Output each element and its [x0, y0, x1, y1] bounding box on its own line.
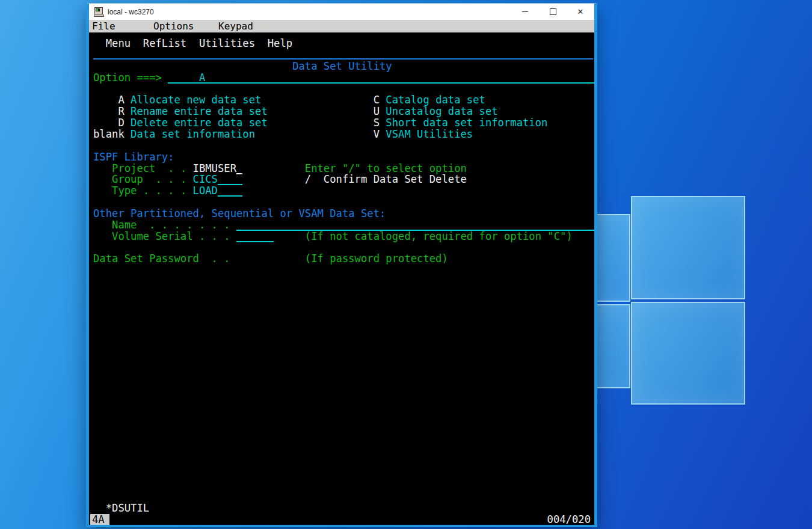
maximize-icon: [550, 8, 556, 15]
option-input-value: A: [199, 72, 205, 84]
minimize-button[interactable]: [511, 4, 539, 20]
action-bar-help[interactable]: Help: [268, 38, 292, 49]
window-controls: ✕: [511, 4, 594, 20]
option-key: S: [374, 117, 380, 129]
option-desc: Allocate new data set: [131, 94, 261, 106]
maximize-button[interactable]: [539, 4, 567, 20]
library-heading: ISPF Library:: [93, 151, 174, 163]
other-data-set-heading: Other Partitioned, Sequential or VSAM Da…: [93, 208, 386, 219]
volume-serial-label: Volume Serial . . .: [112, 231, 230, 242]
volume-serial-input-field[interactable]: [236, 231, 274, 242]
type-input-fill[interactable]: [218, 185, 242, 197]
title-bar[interactable]: local - wc3270 ✕: [89, 4, 594, 20]
group-input[interactable]: CICS: [193, 174, 218, 185]
windows-logo-pane-bottom-right: [631, 302, 745, 405]
menu-options[interactable]: Options: [153, 20, 194, 32]
group-input-fill[interactable]: [218, 174, 242, 185]
option-row-delete: D Delete entire data set S Short data se…: [93, 117, 594, 129]
desktop-wallpaper: local - wc3270 ✕ File Options Keypad Men…: [0, 0, 812, 529]
option-desc: Delete entire data set: [131, 117, 268, 129]
group-label: Group . . .: [112, 174, 186, 185]
emulator-menu-bar: File Options Keypad: [89, 20, 594, 32]
option-key: C: [374, 94, 380, 106]
option-input-field[interactable]: A: [168, 72, 594, 84]
divider-line: [93, 58, 593, 60]
type-label: Type . . . .: [112, 185, 186, 197]
option-desc: Uncatalog data set: [386, 106, 497, 117]
action-bar-utilities[interactable]: Utilities: [199, 38, 255, 49]
windows-logo-pane-top-right: [631, 196, 745, 299]
option-desc: Short data set information: [386, 117, 547, 129]
action-bar-menu[interactable]: Menu: [106, 38, 131, 49]
option-key: blank: [93, 129, 125, 140]
window-title: local - wc3270: [108, 8, 154, 16]
name-input-field[interactable]: [236, 219, 594, 231]
confirm-delete-label: Confirm Data Set Delete: [324, 174, 467, 185]
option-label: Option ===>: [93, 72, 162, 84]
password-hint: (If password protected): [305, 253, 448, 264]
minimize-icon: [522, 11, 528, 12]
project-input-fill[interactable]: [236, 163, 242, 174]
option-desc: Data set information: [131, 129, 255, 140]
panel-title: Data Set Utility: [292, 61, 392, 72]
option-key: R: [118, 106, 124, 117]
volume-serial-hint: (If not cataloged, required for option "…: [305, 231, 573, 242]
menu-keypad[interactable]: Keypad: [218, 20, 253, 32]
close-button[interactable]: ✕: [567, 4, 594, 20]
option-desc: VSAM Utilities: [386, 129, 473, 140]
option-key: V: [374, 129, 380, 140]
operator-information-area: 4A 004/020: [93, 514, 594, 525]
option-desc: Catalog data set: [386, 94, 485, 106]
name-label: Name . . . . . . .: [112, 219, 230, 231]
panel-id-message: *DSUTIL: [106, 503, 149, 514]
option-key: D: [118, 117, 124, 129]
option-row-allocate: A Allocate new data set C Catalog data s…: [93, 94, 594, 106]
action-bar: Menu RefList Utilities Help: [93, 38, 594, 49]
option-desc: Rename entire data set: [131, 106, 268, 117]
menu-file[interactable]: File: [92, 20, 115, 32]
oia-status-badge: 4A: [90, 514, 109, 525]
terminal-app-icon: [94, 7, 103, 17]
close-icon: ✕: [577, 8, 584, 16]
action-bar-reflist[interactable]: RefList: [143, 38, 186, 49]
option-row-rename: R Rename entire data set U Uncatalog dat…: [93, 106, 594, 117]
wc3270-window: local - wc3270 ✕ File Options Keypad Men…: [86, 3, 597, 527]
option-key: U: [374, 106, 380, 117]
oia-cursor-position: 004/020: [547, 514, 591, 525]
password-label: Data Set Password . .: [93, 253, 230, 264]
option-row-blank: blank Data set information V VSAM Utilit…: [93, 129, 594, 140]
type-input[interactable]: LOAD: [193, 185, 218, 197]
option-key: A: [118, 94, 124, 106]
confirm-delete-input[interactable]: /: [305, 174, 311, 185]
terminal-screen[interactable]: Menu RefList Utilities Help Data Set Uti…: [89, 32, 594, 525]
